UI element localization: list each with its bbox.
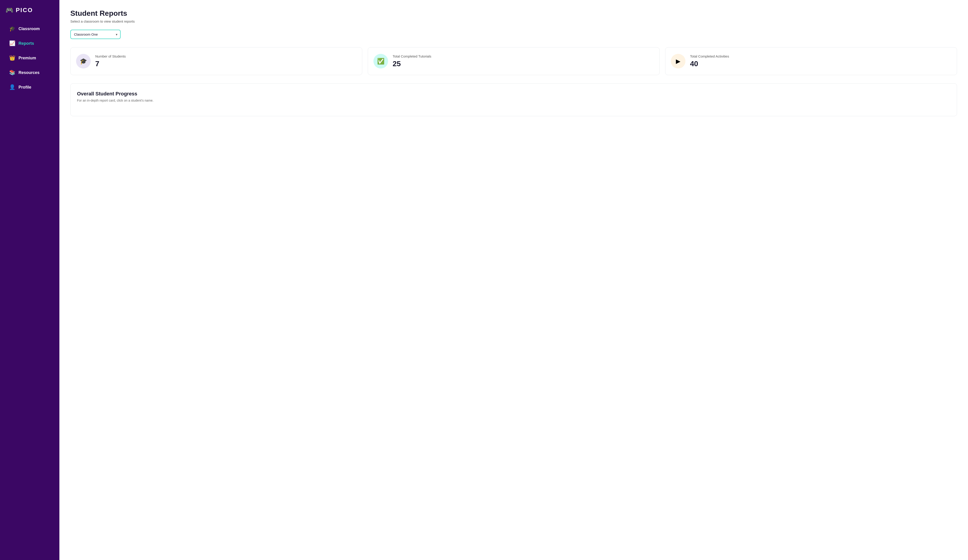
sidebar-item-label: Premium <box>18 56 36 61</box>
sidebar-item-premium[interactable]: 👑 Premium <box>3 51 56 65</box>
stat-icon-activities: ▶ <box>671 54 685 68</box>
stat-info-students: Number of Students 7 <box>95 55 126 68</box>
sidebar-item-label: Resources <box>18 70 40 75</box>
stat-value-students: 7 <box>95 59 126 68</box>
stat-card-students: 🎓 Number of Students 7 <box>70 47 362 75</box>
sidebar: 🎮 PICO 🎓 Classroom 📈 Reports 👑 Premium 📚… <box>0 0 60 560</box>
classroom-icon: 🎓 <box>9 26 15 32</box>
sidebar-item-classroom[interactable]: 🎓 Classroom <box>3 22 56 36</box>
stat-label-activities: Total Completed Activities <box>690 55 729 58</box>
page-subtitle: Select a classroom to view student repor… <box>70 20 957 23</box>
stats-row: 🎓 Number of Students 7 ✅ Total Completed… <box>70 47 957 75</box>
stat-info-activities: Total Completed Activities 40 <box>690 55 729 68</box>
page-title: Student Reports <box>70 9 957 18</box>
resources-icon: 📚 <box>9 69 15 76</box>
stat-icon-tutorials: ✅ <box>373 54 388 68</box>
stat-card-tutorials: ✅ Total Completed Tutorials 25 <box>368 47 660 75</box>
classroom-select-wrapper: Classroom OneClassroom TwoClassroom Thre… <box>70 30 957 39</box>
stat-icon-students: 🎓 <box>76 54 91 68</box>
reports-icon: 📈 <box>9 40 15 46</box>
stat-value-tutorials: 25 <box>393 59 431 68</box>
sidebar-item-label: Classroom <box>18 26 40 31</box>
classroom-select-container[interactable]: Classroom OneClassroom TwoClassroom Thre… <box>70 30 121 39</box>
sidebar-item-label: Reports <box>18 41 34 46</box>
stat-label-tutorials: Total Completed Tutorials <box>393 55 431 58</box>
stat-info-tutorials: Total Completed Tutorials 25 <box>393 55 431 68</box>
sidebar-item-label: Profile <box>18 85 31 90</box>
nav-items: 🎓 Classroom 📈 Reports 👑 Premium 📚 Resour… <box>0 21 60 95</box>
profile-icon: 👤 <box>9 84 15 90</box>
logo-area: 🎮 PICO <box>0 0 60 21</box>
stat-value-activities: 40 <box>690 59 729 68</box>
progress-title: Overall Student Progress <box>77 91 950 97</box>
main-content: Student Reports Select a classroom to vi… <box>60 0 968 560</box>
logo-icon: 🎮 <box>5 7 13 14</box>
sidebar-item-reports[interactable]: 📈 Reports <box>3 36 56 50</box>
logo-text: PICO <box>16 7 33 14</box>
progress-hint: For an in-depth report card, click on a … <box>77 99 950 102</box>
sidebar-item-profile[interactable]: 👤 Profile <box>3 80 56 94</box>
classroom-select[interactable]: Classroom OneClassroom TwoClassroom Thre… <box>70 30 121 39</box>
stat-label-students: Number of Students <box>95 55 126 58</box>
progress-section: Overall Student Progress For an in-depth… <box>70 83 957 116</box>
sidebar-item-resources[interactable]: 📚 Resources <box>3 66 56 80</box>
premium-icon: 👑 <box>9 55 15 61</box>
stat-card-activities: ▶ Total Completed Activities 40 <box>665 47 957 75</box>
